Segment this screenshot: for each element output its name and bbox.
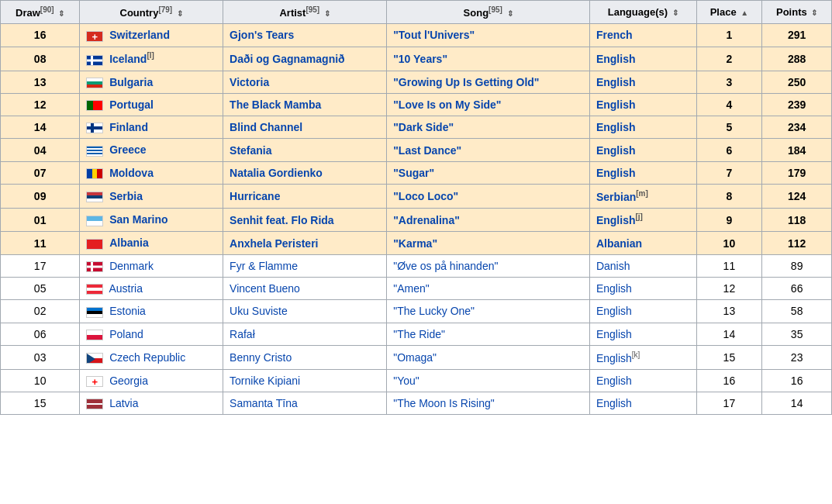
country-link[interactable]: Serbia [109, 190, 143, 202]
language-link[interactable]: English [596, 76, 636, 88]
country-link[interactable]: Moldova [109, 167, 154, 179]
language-link[interactable]: English [596, 397, 632, 409]
song-link[interactable]: "You" [393, 375, 419, 387]
language-link[interactable]: English [596, 167, 636, 179]
artist-header[interactable]: Artist[95] ⇕ [223, 1, 387, 24]
country-sort-icon[interactable]: ⇕ [177, 9, 183, 18]
song-link[interactable]: "Øve os på hinanden" [393, 260, 498, 272]
language-link[interactable]: English [596, 98, 636, 111]
language-sort-icon[interactable]: ⇕ [672, 9, 678, 17]
artist-link[interactable]: Tornike Kipiani [230, 375, 300, 387]
language-link[interactable]: English [596, 305, 632, 317]
language-cell: Danish [589, 254, 696, 277]
country-link[interactable]: Estonia [109, 305, 146, 317]
country-link[interactable]: Switzerland [109, 29, 170, 41]
language-link[interactable]: English[j] [596, 214, 643, 226]
place-cell: 6 [696, 139, 762, 161]
artist-link[interactable]: Rafał [230, 328, 255, 340]
draw-header[interactable]: Draw[90] ⇕ [1, 1, 80, 24]
language-cell: English[k] [589, 345, 696, 369]
song-link[interactable]: "Tout l'Univers" [393, 29, 475, 41]
artist-cell: Hurricane [223, 185, 387, 209]
song-link[interactable]: "Amen" [393, 282, 430, 295]
language-link[interactable]: English [596, 375, 632, 387]
language-link[interactable]: English [596, 121, 636, 133]
language-link[interactable]: English [596, 282, 632, 295]
country-link[interactable]: San Marino [109, 213, 167, 226]
language-header[interactable]: Language(s) ⇕ [589, 1, 696, 24]
country-link[interactable]: Greece [109, 143, 146, 156]
song-link[interactable]: "Last Dance" [393, 144, 461, 157]
artist-link[interactable]: Senhit feat. Flo Rida [230, 214, 334, 226]
draw-cell: 04 [1, 139, 80, 161]
artist-link[interactable]: Victoria [230, 76, 269, 88]
flag-at-icon [86, 284, 103, 295]
song-header[interactable]: Song[95] ⇕ [387, 1, 590, 24]
language-link[interactable]: Serbian[m] [596, 191, 648, 203]
country-link[interactable]: Poland [109, 328, 143, 340]
song-cell: "The Moon Is Rising" [387, 392, 590, 414]
artist-cell: Vincent Bueno [223, 277, 387, 299]
country-link[interactable]: Denmark [109, 260, 154, 272]
country-link[interactable]: Finland [109, 121, 148, 133]
song-link[interactable]: "Omaga" [393, 351, 437, 364]
place-sort-icon[interactable]: ▲ [741, 9, 748, 17]
artist-link[interactable]: Uku Suviste [230, 305, 288, 317]
country-cell: Switzerland [80, 24, 223, 47]
country-link[interactable]: Latvia [109, 397, 138, 409]
country-link[interactable]: Portugal [109, 98, 154, 111]
artist-link[interactable]: Gjon's Tears [230, 29, 294, 41]
song-link[interactable]: "10 Years" [393, 53, 447, 65]
artist-link[interactable]: Vincent Bueno [230, 282, 300, 295]
song-link[interactable]: "The Ride" [393, 328, 445, 340]
draw-cell: 12 [1, 93, 80, 116]
artist-link[interactable]: Daði og Gagnamagnið [230, 53, 345, 65]
language-link[interactable]: English [596, 328, 632, 340]
song-link[interactable]: "The Moon Is Rising" [393, 397, 495, 409]
song-link[interactable]: "Adrenalina" [393, 214, 460, 226]
language-link[interactable]: English [596, 53, 636, 65]
results-table-container: Draw[90] ⇕ Country[79] ⇕ Artist[95] ⇕ So… [0, 0, 832, 415]
song-link[interactable]: "Karma" [393, 237, 437, 250]
artist-link[interactable]: Stefania [230, 144, 271, 157]
points-sort-icon[interactable]: ⇕ [811, 9, 817, 17]
song-link[interactable]: "The Lucky One" [393, 305, 475, 317]
language-link[interactable]: French [596, 29, 633, 41]
artist-link[interactable]: Hurricane [230, 190, 280, 202]
song-link[interactable]: "Growing Up Is Getting Old" [393, 76, 539, 88]
artist-link[interactable]: The Black Mamba [230, 98, 321, 111]
artist-link[interactable]: Fyr & Flamme [230, 260, 298, 272]
song-link[interactable]: "Loco Loco" [393, 190, 458, 202]
language-cell: English [589, 277, 696, 299]
song-cell: "Adrenalina" [387, 208, 590, 232]
artist-link[interactable]: Samanta Tīna [230, 397, 298, 409]
language-cell: English [589, 323, 696, 345]
artist-link[interactable]: Anxhela Peristeri [230, 237, 318, 250]
country-link[interactable]: Georgia [109, 375, 148, 387]
language-link[interactable]: English [596, 144, 636, 157]
country-link[interactable]: Bulgaria [109, 76, 153, 88]
language-link[interactable]: English[k] [596, 352, 640, 364]
song-link[interactable]: "Dark Side" [393, 121, 454, 133]
artist-cell: Tornike Kipiani [223, 369, 387, 392]
language-cell: English [589, 392, 696, 414]
song-link[interactable]: "Love Is on My Side" [393, 98, 501, 111]
place-header[interactable]: Place ▲ [696, 1, 762, 24]
song-sup: [95] [488, 5, 502, 14]
country-link[interactable]: Czech Republic [109, 351, 185, 364]
language-link[interactable]: Albanian [596, 237, 642, 250]
country-link[interactable]: Austria [109, 282, 143, 295]
song-sort-icon[interactable]: ⇕ [507, 9, 513, 18]
artist-cell: Anxhela Peristeri [223, 232, 387, 254]
country-header[interactable]: Country[79] ⇕ [80, 1, 223, 24]
artist-sort-icon[interactable]: ⇕ [324, 9, 330, 18]
song-link[interactable]: "Sugar" [393, 167, 434, 179]
artist-link[interactable]: Natalia Gordienko [230, 167, 323, 179]
language-link[interactable]: Danish [596, 260, 630, 272]
draw-sort-icon[interactable]: ⇕ [58, 9, 64, 18]
country-link[interactable]: Albania [109, 236, 149, 249]
artist-link[interactable]: Blind Channel [230, 121, 302, 133]
artist-link[interactable]: Benny Cristo [230, 351, 292, 364]
points-header[interactable]: Points ⇕ [762, 1, 832, 24]
country-link[interactable]: Iceland[l] [109, 53, 154, 65]
